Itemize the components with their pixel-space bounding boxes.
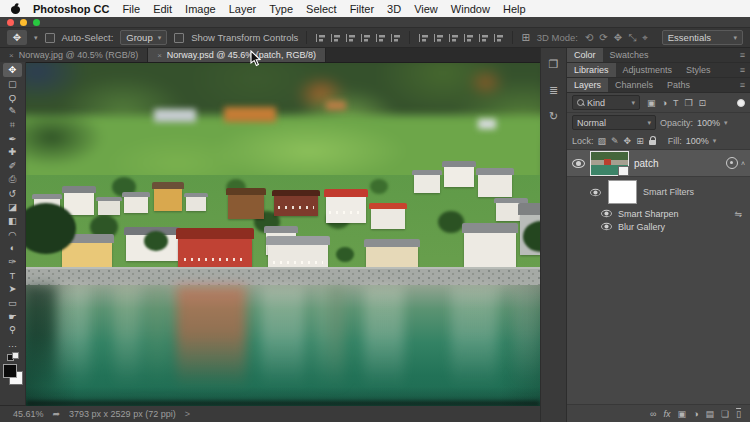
filter-adjustment-layers-icon[interactable]: ◑ xyxy=(662,98,667,108)
eyedropper-tool[interactable]: ✒ xyxy=(3,131,22,145)
layer-thumbnail[interactable] xyxy=(590,151,629,176)
visibility-eye-icon[interactable] xyxy=(572,159,585,168)
lock-all-icon[interactable] xyxy=(649,140,656,145)
auto-select-checkbox[interactable] xyxy=(45,33,55,43)
opacity-value[interactable]: 100% xyxy=(697,118,720,128)
panel-menu-icon[interactable]: ≡ xyxy=(735,63,750,77)
distribute-bottom-icon[interactable] xyxy=(493,33,504,43)
foreground-color-swatch[interactable] xyxy=(3,364,17,378)
spot-healing-tool[interactable]: ✚ xyxy=(3,145,22,159)
delete-layer-icon[interactable]: ▯ xyxy=(736,409,741,419)
history-panel-icon[interactable]: ❐ xyxy=(545,57,562,72)
quick-selection-tool[interactable]: ✎ xyxy=(3,104,22,118)
edit-toolbar[interactable]: … xyxy=(3,337,22,351)
tab-paths[interactable]: Paths xyxy=(660,78,697,92)
eraser-tool[interactable]: ◪ xyxy=(3,200,22,214)
menu-image[interactable]: Image xyxy=(185,3,216,15)
align-v-centers-icon[interactable] xyxy=(375,33,386,43)
distribute-right-icon[interactable] xyxy=(448,33,459,43)
align-bottom-edges-icon[interactable] xyxy=(390,33,401,43)
blur-tool[interactable]: ◠ xyxy=(3,227,22,241)
smart-filters-row[interactable]: Smart Filters xyxy=(567,177,750,207)
3d-pan-icon[interactable]: ✥ xyxy=(614,32,622,44)
3d-slide-icon[interactable]: ⤡ xyxy=(628,32,636,44)
new-layer-icon[interactable]: ❏ xyxy=(721,409,729,419)
export-status-icon[interactable]: ➦ xyxy=(53,409,61,419)
document-tab-norway-psd[interactable]: × Norway.psd @ 45.6% (patch, RGB/8) xyxy=(148,48,326,62)
auto-select-dropdown[interactable]: Group ▾ xyxy=(120,30,167,45)
tab-swatches[interactable]: Swatches xyxy=(603,48,656,62)
filtering-toggle-icon[interactable] xyxy=(737,99,745,107)
app-name[interactable]: Photoshop CC xyxy=(33,3,109,15)
tab-color[interactable]: Color xyxy=(567,48,603,62)
marquee-tool[interactable]: ▢ xyxy=(3,77,22,91)
align-left-edges-icon[interactable] xyxy=(315,33,326,43)
distribute-top-icon[interactable] xyxy=(463,33,474,43)
layer-effects-icon[interactable]: fx xyxy=(663,409,670,419)
visibility-eye-icon[interactable] xyxy=(601,210,612,217)
filter-mask-thumbnail[interactable] xyxy=(608,180,637,204)
status-options-chevron-icon[interactable]: > xyxy=(185,409,190,419)
3d-roll-icon[interactable]: ⟳ xyxy=(599,32,607,44)
show-transform-checkbox[interactable] xyxy=(174,33,184,43)
workspace-dropdown[interactable]: Essentials ▾ xyxy=(662,30,743,45)
current-tool-icon[interactable]: ✥ xyxy=(7,30,27,45)
visibility-eye-icon[interactable] xyxy=(601,223,612,230)
filter-smart-objects-icon[interactable]: ⊡ xyxy=(699,98,707,108)
type-tool[interactable]: T xyxy=(3,268,22,282)
align-top-edges-icon[interactable] xyxy=(360,33,371,43)
zoom-level-field[interactable]: 45.61% xyxy=(13,409,44,419)
tab-libraries[interactable]: Libraries xyxy=(567,63,616,77)
gradient-tool[interactable]: ◧ xyxy=(3,214,22,228)
tab-adjustments[interactable]: Adjustments xyxy=(616,63,680,77)
menu-layer[interactable]: Layer xyxy=(229,3,257,15)
filter-pixel-layers-icon[interactable]: ▣ xyxy=(647,98,656,108)
fill-value[interactable]: 100% xyxy=(686,136,709,146)
menu-help[interactable]: Help xyxy=(503,3,526,15)
filter-type-layers-icon[interactable]: T xyxy=(673,98,679,108)
filter-kind-dropdown[interactable]: Kind ▾ xyxy=(572,95,640,110)
lock-transparency-icon[interactable]: ▨ xyxy=(598,136,607,146)
smart-filter-row[interactable]: Smart Sharpen⇋ xyxy=(567,207,750,220)
color-swatches[interactable] xyxy=(3,364,23,385)
distribute-spacing-icon[interactable]: ⊞ xyxy=(521,32,529,43)
distribute-left-icon[interactable] xyxy=(418,33,429,43)
pen-tool[interactable]: ✑ xyxy=(3,255,22,269)
minimize-window-button[interactable] xyxy=(20,19,27,26)
zoom-window-button[interactable] xyxy=(33,19,40,26)
3d-orbit-icon[interactable]: ⟲ xyxy=(585,32,593,44)
lock-artboard-icon[interactable]: ⊞ xyxy=(636,136,644,146)
filter-shape-layers-icon[interactable]: ❒ xyxy=(684,98,692,108)
menu-filter[interactable]: Filter xyxy=(350,3,374,15)
distribute-h-centers-icon[interactable] xyxy=(433,33,444,43)
clone-stamp-tool[interactable]: ⎙ xyxy=(3,173,22,187)
align-right-edges-icon[interactable] xyxy=(345,33,356,43)
align-h-centers-icon[interactable] xyxy=(330,33,341,43)
menu-file[interactable]: File xyxy=(122,3,140,15)
default-swap-colors-icon[interactable] xyxy=(7,352,19,361)
close-window-button[interactable] xyxy=(7,19,14,26)
collapse-filters-chevron-icon[interactable]: ˄ xyxy=(741,160,745,167)
blend-mode-dropdown[interactable]: Normal ▾ xyxy=(572,115,656,130)
zoom-tool[interactable]: ⚲ xyxy=(3,323,22,337)
path-selection-tool[interactable]: ➤ xyxy=(3,282,22,296)
menu-edit[interactable]: Edit xyxy=(153,3,172,15)
menu-view[interactable]: View xyxy=(414,3,438,15)
menu-3d[interactable]: 3D xyxy=(387,3,401,15)
lock-position-icon[interactable]: ✥ xyxy=(624,136,632,146)
panel-menu-icon[interactable]: ≡ xyxy=(735,78,750,92)
document-tab-norway-jpg[interactable]: × Norway.jpg @ 40.5% (RGB/8) xyxy=(0,48,148,62)
shape-tool[interactable]: ▭ xyxy=(3,296,22,310)
move-tool[interactable]: ✥ xyxy=(3,63,22,77)
rotate-view-panel-icon[interactable]: ↻ xyxy=(545,109,562,124)
new-group-icon[interactable]: ▤ xyxy=(705,409,714,419)
close-tab-icon[interactable]: × xyxy=(157,51,162,60)
hand-tool[interactable]: ☛ xyxy=(3,309,22,323)
menu-type[interactable]: Type xyxy=(269,3,293,15)
tab-channels[interactable]: Channels xyxy=(608,78,660,92)
layer-row-patch[interactable]: patch ˄ xyxy=(567,150,750,177)
smart-filter-badge-icon[interactable] xyxy=(726,157,738,169)
visibility-eye-icon[interactable] xyxy=(590,188,601,195)
lock-pixels-icon[interactable]: ✎ xyxy=(611,136,619,146)
tool-preset-caret-icon[interactable]: ▾ xyxy=(34,34,38,42)
